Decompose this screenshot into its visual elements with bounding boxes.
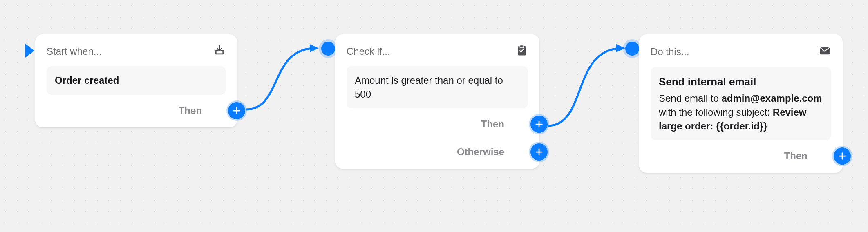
add-step-button-then[interactable] — [530, 116, 548, 133]
action-desc-post: with the following subject: — [659, 107, 773, 118]
action-desc-pre: Send email to — [659, 93, 721, 104]
outlet-then-label: Then — [179, 105, 202, 116]
action-body: Send internal email Send email to admin@… — [651, 67, 831, 140]
trigger-node[interactable]: Start when... Order created Then — [35, 34, 237, 127]
action-title: Send internal email — [659, 74, 823, 89]
outlet-then-label: Then — [784, 150, 808, 162]
outlet-otherwise-label: Otherwise — [457, 146, 504, 158]
action-header-label: Do this... — [651, 46, 689, 58]
condition-body: Amount is greater than or equal to 500 — [347, 66, 528, 108]
condition-entry-dot — [321, 42, 335, 56]
connector-trigger-to-condition — [245, 41, 335, 123]
trigger-body: Order created — [47, 66, 226, 95]
action-email: admin@example.com — [721, 93, 822, 104]
flow-start-arrow — [23, 42, 37, 60]
outlet-then-label: Then — [481, 118, 504, 130]
svg-rect-1 — [520, 45, 524, 48]
action-entry-dot — [625, 42, 639, 56]
action-node[interactable]: Do this... Send internal email Send emai… — [639, 34, 843, 173]
mail-icon — [818, 44, 831, 60]
inbox-icon — [213, 44, 226, 59]
add-step-button[interactable] — [228, 102, 245, 119]
checklist-icon — [516, 44, 528, 59]
add-step-button[interactable] — [834, 147, 851, 165]
condition-header-label: Check if... — [347, 46, 390, 57]
trigger-header-label: Start when... — [47, 46, 102, 57]
condition-node[interactable]: Check if... Amount is greater than or eq… — [335, 34, 539, 169]
condition-text: Amount is greater than or equal to 500 — [355, 75, 503, 100]
connector-condition-to-action — [547, 41, 641, 139]
add-step-button-otherwise[interactable] — [530, 143, 548, 161]
trigger-title: Order created — [55, 75, 119, 86]
